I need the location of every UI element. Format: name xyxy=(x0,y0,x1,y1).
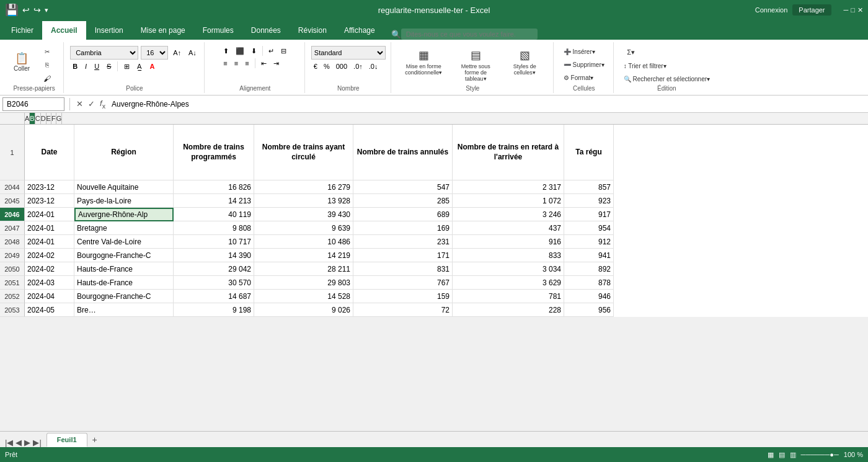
fill-color-btn[interactable]: A̲ xyxy=(135,61,144,72)
insert-function-icon[interactable]: fx xyxy=(99,99,107,110)
cell-2051-d[interactable]: 29 803 xyxy=(254,276,353,290)
tab-formules[interactable]: Formules xyxy=(194,21,242,40)
cell-2049-d[interactable]: 14 219 xyxy=(254,249,353,262)
row-num-1[interactable]: 1 xyxy=(0,125,25,180)
cell-2050-d[interactable]: 28 211 xyxy=(254,262,353,276)
header-date[interactable]: Date xyxy=(25,125,74,180)
align-middle-btn[interactable]: ⬛ xyxy=(233,46,247,56)
inserer-btn[interactable]: ➕ Insérer▾ xyxy=(560,46,599,58)
cell-2046-d[interactable]: 39 430 xyxy=(254,208,353,221)
cell-2052-g[interactable]: 946 xyxy=(564,290,614,303)
indent-left-btn[interactable]: ⇤ xyxy=(259,58,269,69)
tab-accueil[interactable]: Accueil xyxy=(42,21,86,40)
cell-2046-b[interactable]: Auvergne-Rhône-Alp xyxy=(74,208,174,221)
cell-2051-a[interactable]: 2024-03 xyxy=(25,276,74,290)
cell-2052-e[interactable]: 159 xyxy=(353,290,453,303)
cell-2047-c[interactable]: 9 808 xyxy=(174,221,254,235)
formula-input[interactable] xyxy=(109,100,866,109)
search-box[interactable] xyxy=(401,29,538,40)
strikethrough-btn[interactable]: S xyxy=(104,61,113,71)
row-num-2050[interactable]: 2050 xyxy=(0,262,25,276)
cell-2048-b[interactable]: Centre Val-de-Loire xyxy=(74,235,174,249)
cell-2052-b[interactable]: Bourgogne-Franche-C xyxy=(74,290,174,303)
cell-2044-d[interactable]: 16 279 xyxy=(254,180,353,194)
cell-2052-c[interactable]: 14 687 xyxy=(174,290,254,303)
nav-first-sheet-icon[interactable]: |◀ xyxy=(5,438,13,447)
cell-2049-c[interactable]: 14 390 xyxy=(174,249,254,262)
page-layout-btn[interactable]: ▤ xyxy=(779,451,785,459)
cell-2049-e[interactable]: 171 xyxy=(353,249,453,262)
somme-btn[interactable]: Σ▾ xyxy=(620,46,642,59)
row-num-2048[interactable]: 2048 xyxy=(0,235,25,249)
increase-decimal-btn[interactable]: .0↑ xyxy=(351,61,365,71)
cell-2045-f[interactable]: 1 072 xyxy=(453,194,564,208)
cell-2051-c[interactable]: 30 570 xyxy=(174,276,254,290)
header-region[interactable]: Région xyxy=(74,125,174,180)
cell-2051-g[interactable]: 878 xyxy=(564,276,614,290)
cell-2045-b[interactable]: Pays-de-la-Loire xyxy=(74,194,174,208)
close-btn[interactable]: ✕ xyxy=(857,6,863,14)
tab-mise-en-page[interactable]: Mise en page xyxy=(132,21,194,40)
recopier-button[interactable]: 🖌 xyxy=(36,72,58,86)
borders-btn[interactable]: ⊞ xyxy=(122,61,132,72)
align-top-btn[interactable]: ⬆ xyxy=(221,46,231,56)
format-btn[interactable]: ⚙ Format▾ xyxy=(560,72,597,84)
cell-2047-a[interactable]: 2024-01 xyxy=(25,221,74,235)
cell-2048-c[interactable]: 10 717 xyxy=(174,235,254,249)
normal-view-btn[interactable]: ▦ xyxy=(768,451,774,459)
supprimer-btn[interactable]: ➖ Supprimer▾ xyxy=(560,59,608,71)
align-right-btn[interactable]: ≡ xyxy=(242,58,251,68)
trier-btn[interactable]: ↕ Trier et filtrer▾ xyxy=(620,60,670,72)
cell-2050-f[interactable]: 3 034 xyxy=(453,262,564,276)
cell-2046-e[interactable]: 689 xyxy=(353,208,453,221)
format-table-btn[interactable]: ▤ Mettre sous forme de tableau▾ xyxy=(451,46,500,84)
cell-2045-c[interactable]: 14 213 xyxy=(174,194,254,208)
cell-2045-g[interactable]: 923 xyxy=(564,194,614,208)
cell-2047-f[interactable]: 437 xyxy=(453,221,564,235)
col-header-g[interactable]: G xyxy=(56,113,63,124)
cell-2053-e[interactable]: 72 xyxy=(353,303,453,317)
cell-2050-a[interactable]: 2024-02 xyxy=(25,262,74,276)
cell-2044-c[interactable]: 16 826 xyxy=(174,180,254,194)
cell-2047-d[interactable]: 9 639 xyxy=(254,221,353,235)
cell-2048-a[interactable]: 2024-01 xyxy=(25,235,74,249)
col-header-b[interactable]: B xyxy=(30,113,35,124)
row-num-2049[interactable]: 2049 xyxy=(0,249,25,262)
col-header-f[interactable]: F xyxy=(51,113,56,124)
underline-btn[interactable]: U xyxy=(92,61,102,71)
italic-btn[interactable]: I xyxy=(82,61,89,71)
number-format-select[interactable]: Standard xyxy=(311,46,386,60)
row-num-2046[interactable]: 2046 xyxy=(0,208,25,221)
cell-2046-g[interactable]: 917 xyxy=(564,208,614,221)
bold-btn[interactable]: B xyxy=(70,61,80,71)
page-break-btn[interactable]: ▥ xyxy=(790,451,796,459)
font-color-btn[interactable]: A xyxy=(147,61,157,71)
header-annules[interactable]: Nombre de trains annulés xyxy=(353,125,453,180)
maximize-btn[interactable]: □ xyxy=(851,6,855,14)
row-num-2053[interactable]: 2053 xyxy=(0,303,25,317)
cell-2053-d[interactable]: 9 026 xyxy=(254,303,353,317)
col-header-e[interactable]: E xyxy=(46,113,51,124)
cell-2050-c[interactable]: 29 042 xyxy=(174,262,254,276)
indent-right-btn[interactable]: ⇥ xyxy=(271,58,281,69)
cell-2049-a[interactable]: 2024-02 xyxy=(25,249,74,262)
connection-btn[interactable]: Connexion xyxy=(755,6,788,14)
cell-2049-f[interactable]: 833 xyxy=(453,249,564,262)
decrease-decimal-btn[interactable]: .0↓ xyxy=(366,61,381,71)
cell-2045-e[interactable]: 285 xyxy=(353,194,453,208)
cell-2047-b[interactable]: Bretagne xyxy=(74,221,174,235)
header-programmes[interactable]: Nombre de trains programmés xyxy=(174,125,254,180)
row-num-2045[interactable]: 2045 xyxy=(0,194,25,208)
row-num-2047[interactable]: 2047 xyxy=(0,221,25,235)
font-size-select[interactable]: 16 xyxy=(141,46,168,60)
cell-2048-g[interactable]: 912 xyxy=(564,235,614,249)
cell-2045-d[interactable]: 13 928 xyxy=(254,194,353,208)
col-header-d[interactable]: D xyxy=(41,113,46,124)
col-header-c[interactable]: C xyxy=(35,113,41,124)
cell-2044-e[interactable]: 547 xyxy=(353,180,453,194)
cell-2048-f[interactable]: 916 xyxy=(453,235,564,249)
tab-affichage[interactable]: Affichage xyxy=(335,21,384,40)
cell-styles-btn[interactable]: ▧ Styles de cellules▾ xyxy=(503,46,546,78)
nav-last-sheet-icon[interactable]: ▶| xyxy=(33,438,41,447)
cell-2047-e[interactable]: 169 xyxy=(353,221,453,235)
